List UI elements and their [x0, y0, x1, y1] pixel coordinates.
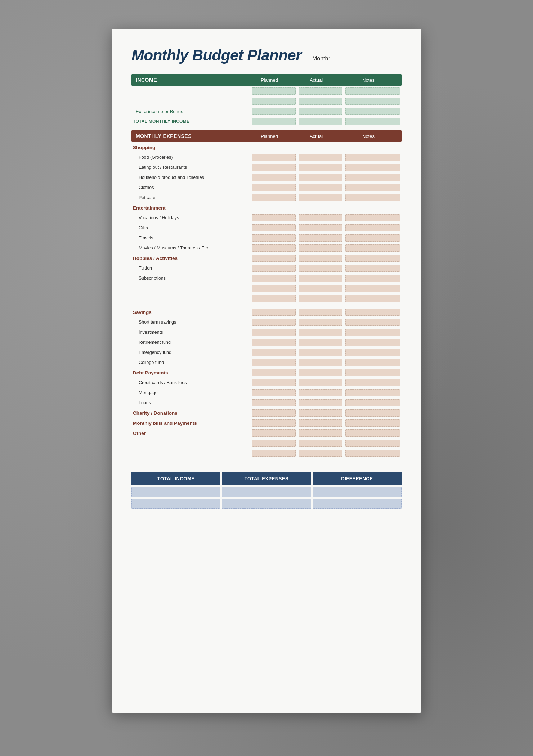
- debt-actual[interactable]: [299, 369, 342, 376]
- food-notes[interactable]: [345, 154, 400, 161]
- difference-cell1[interactable]: [313, 487, 402, 497]
- pet-care-notes[interactable]: [345, 194, 400, 201]
- misc1-actual[interactable]: [299, 285, 342, 292]
- food-actual[interactable]: [299, 154, 342, 161]
- savings-actual[interactable]: [299, 309, 342, 316]
- charity-actual[interactable]: [299, 409, 342, 417]
- travels-actual[interactable]: [299, 234, 342, 242]
- extra-income-notes[interactable]: [345, 108, 400, 115]
- debt-notes[interactable]: [345, 369, 400, 376]
- food-planned[interactable]: [252, 154, 296, 161]
- other1-planned[interactable]: [252, 440, 296, 447]
- short-term-planned[interactable]: [252, 319, 296, 326]
- debt-planned[interactable]: [252, 369, 296, 376]
- hobbies-actual[interactable]: [299, 255, 342, 262]
- subscriptions-planned[interactable]: [252, 275, 296, 282]
- loans-planned[interactable]: [252, 399, 296, 406]
- savings-notes[interactable]: [345, 309, 400, 316]
- retirement-actual[interactable]: [299, 339, 342, 346]
- charity-notes[interactable]: [345, 409, 400, 417]
- vacations-notes[interactable]: [345, 214, 400, 221]
- gifts-actual[interactable]: [299, 224, 342, 231]
- emergency-notes[interactable]: [345, 349, 400, 356]
- hobbies-notes[interactable]: [345, 255, 400, 262]
- income-row2-planned[interactable]: [252, 98, 296, 105]
- household-planned[interactable]: [252, 174, 296, 181]
- total-monthly-income-planned[interactable]: [252, 118, 296, 125]
- total-monthly-income-actual[interactable]: [299, 118, 342, 125]
- misc1-notes[interactable]: [345, 285, 400, 292]
- extra-income-planned[interactable]: [252, 108, 296, 115]
- other-notes[interactable]: [345, 429, 400, 437]
- income-row2-actual[interactable]: [299, 98, 342, 105]
- income-row1-planned[interactable]: [252, 87, 296, 95]
- college-planned[interactable]: [252, 359, 296, 366]
- retirement-planned[interactable]: [252, 339, 296, 346]
- gifts-notes[interactable]: [345, 224, 400, 231]
- total-monthly-income-notes[interactable]: [345, 118, 400, 125]
- other2-planned[interactable]: [252, 450, 296, 457]
- tuition-planned[interactable]: [252, 265, 296, 272]
- household-actual[interactable]: [299, 174, 342, 181]
- investments-planned[interactable]: [252, 329, 296, 336]
- total-expenses-cell2[interactable]: [222, 499, 311, 509]
- travels-notes[interactable]: [345, 234, 400, 242]
- pet-care-actual[interactable]: [299, 194, 342, 201]
- college-notes[interactable]: [345, 359, 400, 366]
- gifts-planned[interactable]: [252, 224, 296, 231]
- short-term-notes[interactable]: [345, 319, 400, 326]
- emergency-planned[interactable]: [252, 349, 296, 356]
- investments-actual[interactable]: [299, 329, 342, 336]
- short-term-actual[interactable]: [299, 319, 342, 326]
- extra-income-actual[interactable]: [299, 108, 342, 115]
- vacations-actual[interactable]: [299, 214, 342, 221]
- household-notes[interactable]: [345, 174, 400, 181]
- total-income-cell1[interactable]: [131, 487, 220, 497]
- mortgage-actual[interactable]: [299, 389, 342, 396]
- tuition-actual[interactable]: [299, 265, 342, 272]
- loans-actual[interactable]: [299, 399, 342, 406]
- credit-actual[interactable]: [299, 379, 342, 386]
- misc2-planned[interactable]: [252, 295, 296, 302]
- credit-planned[interactable]: [252, 379, 296, 386]
- mortgage-planned[interactable]: [252, 389, 296, 396]
- charity-planned[interactable]: [252, 409, 296, 417]
- movies-planned[interactable]: [252, 244, 296, 252]
- credit-notes[interactable]: [345, 379, 400, 386]
- movies-notes[interactable]: [345, 244, 400, 252]
- clothes-planned[interactable]: [252, 184, 296, 191]
- mortgage-notes[interactable]: [345, 389, 400, 396]
- movies-actual[interactable]: [299, 244, 342, 252]
- hobbies-planned[interactable]: [252, 255, 296, 262]
- subscriptions-notes[interactable]: [345, 275, 400, 282]
- pet-care-planned[interactable]: [252, 194, 296, 201]
- clothes-notes[interactable]: [345, 184, 400, 191]
- misc2-notes[interactable]: [345, 295, 400, 302]
- eating-out-notes[interactable]: [345, 164, 400, 171]
- college-actual[interactable]: [299, 359, 342, 366]
- monthly-bills-actual[interactable]: [299, 419, 342, 427]
- clothes-actual[interactable]: [299, 184, 342, 191]
- difference-cell2[interactable]: [313, 499, 402, 509]
- total-income-cell2[interactable]: [131, 499, 220, 509]
- income-row1-notes[interactable]: [345, 87, 400, 95]
- monthly-bills-notes[interactable]: [345, 419, 400, 427]
- income-row1-actual[interactable]: [299, 87, 342, 95]
- eating-out-actual[interactable]: [299, 164, 342, 171]
- travels-planned[interactable]: [252, 234, 296, 242]
- other-planned[interactable]: [252, 429, 296, 437]
- subscriptions-actual[interactable]: [299, 275, 342, 282]
- other1-notes[interactable]: [345, 440, 400, 447]
- monthly-bills-planned[interactable]: [252, 419, 296, 427]
- tuition-notes[interactable]: [345, 265, 400, 272]
- savings-planned[interactable]: [252, 309, 296, 316]
- total-expenses-cell1[interactable]: [222, 487, 311, 497]
- eating-out-planned[interactable]: [252, 164, 296, 171]
- misc2-actual[interactable]: [299, 295, 342, 302]
- misc1-planned[interactable]: [252, 285, 296, 292]
- loans-notes[interactable]: [345, 399, 400, 406]
- emergency-actual[interactable]: [299, 349, 342, 356]
- other-actual[interactable]: [299, 429, 342, 437]
- other2-notes[interactable]: [345, 450, 400, 457]
- vacations-planned[interactable]: [252, 214, 296, 221]
